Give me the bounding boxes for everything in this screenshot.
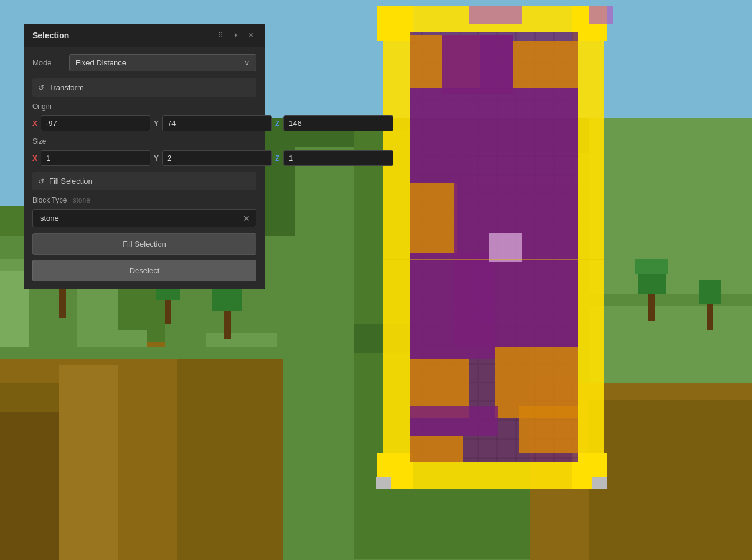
- z-axis-label: Z: [275, 120, 281, 128]
- origin-z-input[interactable]: [283, 115, 393, 131]
- svg-rect-45: [377, 6, 413, 41]
- svg-rect-6: [589, 118, 752, 324]
- svg-rect-59: [410, 88, 578, 183]
- transform-icon: ↺: [38, 84, 44, 92]
- block-input-row: ✕: [32, 209, 256, 227]
- transform-section[interactable]: ↺ Transform: [32, 78, 256, 97]
- size-x-input[interactable]: [41, 150, 150, 166]
- svg-rect-66: [589, 6, 613, 24]
- panel-drag-icon[interactable]: ⠿: [216, 30, 226, 41]
- origin-x-item: X: [32, 115, 150, 131]
- svg-rect-58: [442, 35, 513, 94]
- fill-selection-label: Fill Selection: [49, 177, 93, 185]
- deselect-button[interactable]: Deselect: [32, 260, 256, 281]
- y-axis-label: Y: [154, 120, 160, 128]
- svg-rect-67: [489, 233, 522, 262]
- svg-rect-53: [410, 183, 457, 253]
- svg-rect-42: [578, 6, 604, 489]
- panel-header: Selection ⠿ ✦ ✕: [24, 24, 265, 47]
- size-y-input[interactable]: [162, 150, 272, 166]
- size-z-item: Z: [275, 150, 393, 166]
- size-x-axis-label: X: [32, 154, 38, 163]
- selection-panel: Selection ⠿ ✦ ✕ Mode Fixed Distance ∨ ↺ …: [24, 24, 265, 289]
- origin-coords: X Y Z: [32, 115, 256, 131]
- size-coords: X Y Z: [32, 150, 256, 166]
- block-type-row: Block Type stone: [32, 196, 256, 204]
- svg-rect-44: [383, 462, 604, 489]
- size-x-item: X: [32, 150, 150, 166]
- svg-rect-63: [376, 477, 391, 489]
- panel-body: Mode Fixed Distance ∨ ↺ Transform Origin…: [24, 47, 265, 289]
- size-y-axis-label: Y: [154, 154, 160, 163]
- svg-rect-61: [410, 253, 495, 359]
- origin-y-item: Y: [154, 115, 272, 131]
- size-y-item: Y: [154, 150, 272, 166]
- origin-label: Origin: [32, 102, 256, 111]
- origin-y-input[interactable]: [162, 115, 272, 131]
- size-z-axis-label: Z: [275, 154, 281, 163]
- svg-rect-34: [224, 306, 231, 339]
- svg-rect-23: [165, 342, 212, 356]
- size-label: Size: [32, 137, 256, 145]
- svg-rect-57: [410, 436, 463, 462]
- svg-rect-64: [592, 477, 607, 489]
- panel-header-icons: ⠿ ✦ ✕: [216, 30, 256, 41]
- svg-rect-28: [589, 400, 752, 560]
- svg-rect-19: [177, 353, 283, 560]
- svg-rect-40: [699, 280, 721, 304]
- x-axis-label: X: [32, 120, 38, 128]
- svg-rect-52: [513, 41, 578, 88]
- panel-pin-icon[interactable]: ✦: [230, 30, 241, 41]
- transform-label: Transform: [49, 83, 84, 92]
- mode-dropdown[interactable]: Fixed Distance ∨: [69, 54, 256, 71]
- fill-selection-button[interactable]: Fill Selection: [32, 233, 256, 255]
- mode-value: Fixed Distance: [75, 58, 126, 67]
- svg-rect-22: [88, 330, 147, 347]
- svg-rect-56: [519, 406, 578, 453]
- fill-selection-section[interactable]: ↺ Fill Selection: [32, 172, 256, 190]
- chevron-down-icon: ∨: [244, 58, 250, 67]
- svg-rect-24: [206, 333, 277, 347]
- origin-z-item: Z: [275, 115, 393, 131]
- panel-title: Selection: [32, 31, 69, 40]
- block-type-input[interactable]: [35, 210, 239, 227]
- mode-row: Mode Fixed Distance ∨: [32, 54, 256, 71]
- origin-x-input[interactable]: [41, 115, 150, 131]
- svg-rect-21: [29, 336, 77, 353]
- mode-label: Mode: [32, 58, 62, 67]
- svg-rect-65: [469, 6, 522, 24]
- clear-block-icon[interactable]: ✕: [239, 211, 253, 226]
- size-z-input[interactable]: [283, 150, 393, 166]
- fill-icon: ↺: [38, 177, 44, 185]
- svg-rect-62: [410, 406, 498, 436]
- panel-close-icon[interactable]: ✕: [246, 30, 256, 41]
- block-type-placeholder: stone: [72, 196, 90, 204]
- svg-rect-41: [383, 6, 410, 489]
- svg-rect-38: [635, 259, 668, 274]
- svg-rect-39: [707, 300, 713, 330]
- block-type-label: Block Type: [32, 196, 67, 204]
